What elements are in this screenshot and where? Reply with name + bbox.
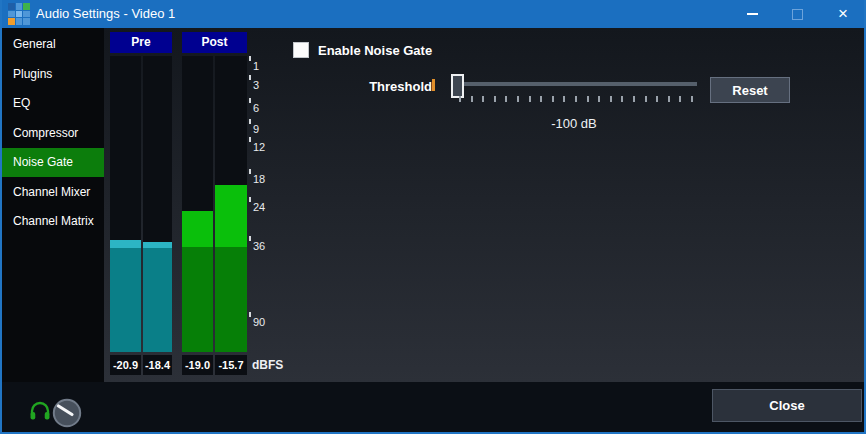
scale-label: 36 bbox=[253, 240, 265, 252]
scale-tick bbox=[249, 236, 251, 241]
headphones-icon[interactable] bbox=[29, 401, 51, 421]
meter-value: -18.4 bbox=[143, 355, 172, 375]
slider-tick bbox=[517, 96, 519, 102]
sidebar-item-noise-gate[interactable]: Noise Gate bbox=[2, 148, 104, 177]
slider-tick bbox=[668, 96, 670, 102]
close-icon: × bbox=[838, 0, 848, 28]
threshold-label: Threshold bbox=[332, 79, 432, 94]
meter-bar-peak bbox=[182, 211, 213, 247]
slider-tick bbox=[459, 96, 461, 102]
scale-label: 12 bbox=[253, 141, 265, 153]
meter-value: -15.7 bbox=[215, 355, 247, 375]
scale-label: 90 bbox=[253, 316, 265, 328]
scale-label: 1 bbox=[253, 60, 259, 72]
scale-tick bbox=[249, 119, 251, 124]
sidebar-item-eq[interactable]: EQ bbox=[2, 89, 104, 118]
slider-tick bbox=[540, 96, 542, 102]
slider-tick bbox=[575, 96, 577, 102]
minimize-icon bbox=[747, 13, 758, 15]
sidebar-item-channel-mixer[interactable]: Channel Mixer bbox=[2, 178, 104, 207]
scale-tick bbox=[249, 197, 251, 202]
scale-tick bbox=[249, 312, 251, 317]
window-title: Audio Settings - Video 1 bbox=[36, 0, 175, 28]
slider-tick bbox=[587, 96, 589, 102]
slider-tick bbox=[471, 96, 473, 102]
scale-tick bbox=[249, 98, 251, 103]
scale-label: 3 bbox=[253, 79, 259, 91]
meter-bar-body bbox=[215, 247, 247, 352]
slider-tick bbox=[679, 96, 681, 102]
minimize-button[interactable] bbox=[729, 0, 775, 28]
post-meter-header: Post bbox=[182, 32, 247, 53]
maximize-icon bbox=[792, 9, 803, 20]
scale-tick bbox=[249, 56, 251, 61]
threshold-slider-thumb[interactable] bbox=[451, 74, 464, 98]
meter-bar-body bbox=[143, 248, 172, 352]
sidebar-item-plugins[interactable]: Plugins bbox=[2, 60, 104, 89]
sidebar-item-channel-matrix[interactable]: Channel Matrix bbox=[2, 207, 104, 236]
slider-tick bbox=[505, 96, 507, 102]
threshold-slider-track[interactable] bbox=[454, 82, 697, 86]
vmix-logo-icon bbox=[8, 3, 30, 25]
meter-unit-label: dBFS bbox=[252, 355, 283, 375]
title-bar: Audio Settings - Video 1 × bbox=[2, 0, 864, 28]
slider-tick bbox=[563, 96, 565, 102]
volume-knob[interactable] bbox=[52, 398, 82, 428]
meter-value: -20.9 bbox=[110, 355, 141, 375]
slider-tick bbox=[529, 96, 531, 102]
scale-label: 6 bbox=[253, 102, 259, 114]
close-window-button[interactable]: × bbox=[820, 0, 866, 28]
meter-value: -19.0 bbox=[182, 355, 213, 375]
audio-settings-window: Audio Settings - Video 1 × GeneralPlugin… bbox=[0, 0, 866, 434]
slider-tick bbox=[633, 96, 635, 102]
threshold-value: -100 dB bbox=[464, 116, 684, 131]
scale-label: 24 bbox=[253, 201, 265, 213]
enable-noise-gate-checkbox[interactable] bbox=[293, 42, 309, 58]
slider-tick bbox=[598, 96, 600, 102]
scale-tick bbox=[249, 169, 251, 174]
orange-marker bbox=[432, 79, 435, 91]
settings-sidebar: GeneralPluginsEQCompressorNoise GateChan… bbox=[2, 28, 104, 382]
meter-bar-peak bbox=[110, 240, 141, 248]
slider-tick bbox=[552, 96, 554, 102]
meter-bar-peak bbox=[215, 185, 247, 247]
pre-meter-header: Pre bbox=[110, 32, 172, 53]
meter-bar-body bbox=[182, 247, 213, 352]
slider-tick bbox=[691, 96, 693, 102]
sidebar-item-general[interactable]: General bbox=[2, 30, 104, 59]
reset-button[interactable]: Reset bbox=[710, 77, 790, 103]
close-button[interactable]: Close bbox=[712, 389, 862, 422]
scale-tick bbox=[249, 75, 251, 80]
slider-tick bbox=[645, 96, 647, 102]
slider-tick bbox=[482, 96, 484, 102]
sidebar-item-compressor[interactable]: Compressor bbox=[2, 119, 104, 148]
slider-tick bbox=[656, 96, 658, 102]
slider-tick bbox=[494, 96, 496, 102]
enable-noise-gate-label: Enable Noise Gate bbox=[318, 43, 432, 58]
slider-tick bbox=[621, 96, 623, 102]
scale-tick bbox=[249, 137, 251, 142]
maximize-button[interactable] bbox=[775, 0, 820, 28]
scale-label: 9 bbox=[253, 123, 259, 135]
scale-label: 18 bbox=[253, 173, 265, 185]
meter-bar-body bbox=[110, 248, 141, 352]
slider-tick bbox=[610, 96, 612, 102]
